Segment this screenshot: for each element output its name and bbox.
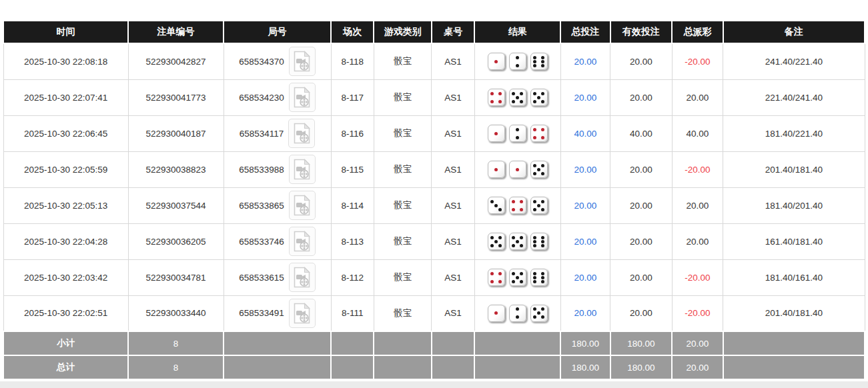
replay-video-button[interactable] [289, 263, 316, 292]
total-total-bet: 180.00 [560, 355, 610, 379]
die-4-icon [488, 269, 505, 286]
time-cell: 2025-10-30 22:04:28 [3, 223, 128, 259]
total-valid-bet: 180.00 [610, 355, 673, 379]
die-1-icon [488, 125, 505, 142]
replay-video-button[interactable] [289, 191, 316, 220]
total-label: 总计 [3, 355, 128, 379]
remark-cell: 181.40/221.40 [723, 115, 865, 151]
die-6-icon [530, 233, 548, 250]
video-icon [293, 267, 311, 288]
round-id-wrap: 658533615 [224, 263, 331, 292]
valid-bet-cell: 20.00 [610, 79, 673, 115]
video-icon [293, 51, 311, 72]
result-dice-cell [474, 115, 560, 151]
die-5-icon [530, 161, 548, 178]
subtotal-count: 8 [128, 331, 224, 355]
dice-result [475, 197, 560, 214]
total-empty-cell [224, 355, 331, 379]
payout-cell: 20.00 [672, 187, 723, 223]
payout-cell: 20.00 [672, 223, 723, 259]
remark-cell: 241.40/221.40 [723, 43, 865, 79]
result-dice-cell [474, 187, 560, 223]
subtotal-valid-bet: 180.00 [610, 331, 673, 355]
column-header-bet_id: 注单编号 [128, 21, 224, 43]
bet-id-cell: 522930036205 [128, 223, 224, 259]
dice-result [475, 125, 560, 142]
column-header-round_id: 局号 [224, 21, 331, 43]
subtotal-total-bet: 180.00 [560, 331, 610, 355]
replay-video-button[interactable] [289, 47, 316, 76]
time-cell: 2025-10-30 22:08:18 [3, 43, 128, 79]
result-dice-cell [474, 259, 560, 295]
round-id-text: 658533988 [239, 165, 284, 175]
valid-bet-cell: 20.00 [610, 295, 673, 331]
column-header-valid_bet: 有效投注 [610, 21, 673, 43]
total-bet-cell[interactable]: 20.00 [560, 259, 610, 295]
die-3-icon [488, 197, 505, 214]
replay-video-button[interactable] [289, 299, 316, 328]
die-5-icon [509, 269, 526, 286]
video-icon [293, 231, 311, 252]
table-row: 2025-10-30 22:03:42522930034781658533615… [3, 259, 865, 295]
game-type-cell: 骰宝 [374, 79, 432, 115]
game-type-cell: 骰宝 [374, 187, 432, 223]
round-id-text: 658534117 [240, 129, 284, 139]
replay-video-button[interactable] [289, 227, 316, 256]
subtotal-remark-empty [723, 331, 865, 355]
time-cell: 2025-10-30 22:05:13 [3, 187, 128, 223]
table-row: 2025-10-30 22:05:59522930038823658533988… [3, 151, 865, 187]
total-bet-cell[interactable]: 20.00 [560, 79, 610, 115]
total-bet-cell[interactable]: 40.00 [560, 115, 610, 151]
die-4-icon [488, 89, 505, 106]
round-id-cell: 658533865 [224, 187, 331, 223]
game-type-cell: 骰宝 [374, 259, 432, 295]
die-6-icon [530, 269, 548, 286]
total-bet-cell[interactable]: 20.00 [560, 43, 610, 79]
die-5-icon [488, 233, 505, 250]
table-row: 2025-10-30 22:06:45522930040187658534117… [3, 115, 865, 151]
table-row: 2025-10-30 22:08:18522930042827658534370… [3, 43, 865, 79]
total-empty-cell [474, 355, 560, 379]
column-header-game_type: 游戏类别 [374, 21, 432, 43]
dice-result [475, 161, 560, 178]
total-bet-cell[interactable]: 20.00 [560, 187, 610, 223]
table-header-row: 时间注单编号局号场次游戏类别桌号结果总投注有效投注总派彩备注 [3, 21, 865, 43]
table-no-cell: AS1 [432, 151, 474, 187]
session-cell: 8-118 [331, 43, 374, 79]
round-id-cell: 658534117 [224, 115, 331, 151]
round-id-text: 658533746 [239, 237, 284, 247]
subtotal-empty-cell [432, 331, 474, 355]
round-id-wrap: 658533491 [224, 299, 331, 328]
remark-cell: 181.40/201.40 [723, 187, 865, 223]
valid-bet-cell: 20.00 [610, 43, 673, 79]
die-5-icon [530, 89, 548, 106]
die-2-icon [509, 305, 526, 322]
dice-result [475, 53, 560, 70]
total-bet-cell[interactable]: 20.00 [560, 151, 610, 187]
column-header-total_bet: 总投注 [560, 21, 610, 43]
column-header-time: 时间 [3, 21, 128, 43]
total-bet-cell[interactable]: 20.00 [560, 223, 610, 259]
replay-video-button[interactable] [288, 119, 315, 148]
table-row: 2025-10-30 22:02:51522930033440658533491… [3, 295, 865, 331]
session-cell: 8-112 [331, 259, 374, 295]
total-empty-cell [331, 355, 374, 379]
die-1-icon [488, 161, 505, 178]
round-id-cell: 658533491 [224, 295, 331, 331]
valid-bet-cell: 20.00 [610, 151, 673, 187]
bet-id-cell: 522930037544 [128, 187, 224, 223]
replay-video-button[interactable] [289, 83, 316, 112]
dice-result [475, 233, 560, 250]
die-2-icon [509, 125, 526, 142]
replay-video-button[interactable] [289, 155, 316, 184]
valid-bet-cell: 20.00 [610, 259, 673, 295]
game-type-cell: 骰宝 [374, 115, 432, 151]
bet-id-cell: 522930038823 [128, 151, 224, 187]
remark-cell: 221.40/241.40 [723, 79, 865, 115]
valid-bet-cell: 20.00 [610, 187, 673, 223]
round-id-text: 658533491 [239, 308, 284, 318]
round-id-text: 658534230 [239, 93, 284, 103]
column-header-session: 场次 [331, 21, 374, 43]
total-bet-cell[interactable]: 20.00 [560, 295, 610, 331]
subtotal-empty-cell [374, 331, 432, 355]
